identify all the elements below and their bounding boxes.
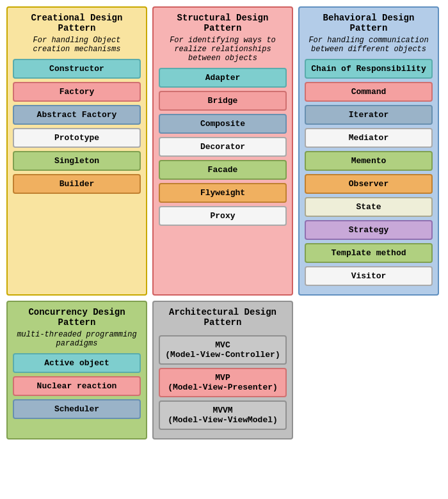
bottom-grid: Concurrency Design Pattern multi-threade… — [6, 301, 442, 440]
item-mvp[interactable]: MVP (Model-View-Presenter) — [159, 368, 287, 397]
item-abstract-factory[interactable]: Abstract Factory — [13, 105, 141, 125]
item-constructor[interactable]: Constructor — [13, 59, 141, 79]
creational-items: Constructor Factory Abstract Factory Pro… — [13, 59, 141, 194]
item-template[interactable]: Template method — [305, 243, 433, 263]
item-adapter[interactable]: Adapter — [159, 68, 287, 88]
concurrency-items: Active object Nuclear reaction Scheduler — [13, 353, 141, 419]
architectural-title: Architectural Design Pattern — [159, 307, 287, 328]
item-flyweight[interactable]: Flyweight — [159, 183, 287, 203]
structural-items: Adapter Bridge Composite Decorator Facad… — [159, 68, 287, 226]
creational-desc: For handling Object creation mechanisms — [13, 36, 141, 54]
item-composite[interactable]: Composite — [159, 114, 287, 134]
item-mvc[interactable]: MVC (Model-View-Controller) — [159, 335, 287, 365]
item-iterator[interactable]: Iterator — [305, 105, 433, 125]
behavioral-desc: For handling communication between diffe… — [305, 36, 433, 54]
item-visitor[interactable]: Visitor — [305, 266, 433, 286]
behavioral-section: Behavioral Design Pattern For handling c… — [298, 6, 439, 296]
item-prototype[interactable]: Prototype — [13, 128, 141, 148]
top-grid: Creational Design Pattern For handling O… — [6, 6, 442, 296]
item-proxy[interactable]: Proxy — [159, 206, 287, 226]
creational-section: Creational Design Pattern For handling O… — [6, 6, 147, 296]
item-memento[interactable]: Memento — [305, 151, 433, 171]
concurrency-section: Concurrency Design Pattern multi-threade… — [6, 301, 147, 440]
item-chain[interactable]: Chain of Responsibility — [305, 59, 433, 79]
architectural-items: MVC (Model-View-Controller) MVP (Model-V… — [159, 335, 287, 430]
item-mvvm[interactable]: MVVM (Model-View-ViewModel) — [159, 400, 287, 430]
item-nuclear-reaction[interactable]: Nuclear reaction — [13, 376, 141, 396]
item-factory[interactable]: Factory — [13, 82, 141, 102]
item-state[interactable]: State — [305, 197, 433, 217]
item-active-object[interactable]: Active object — [13, 353, 141, 373]
item-singleton[interactable]: Singleton — [13, 151, 141, 171]
behavioral-items: Chain of Responsibility Command Iterator… — [305, 59, 433, 286]
item-scheduler[interactable]: Scheduler — [13, 399, 141, 419]
item-strategy[interactable]: Strategy — [305, 220, 433, 240]
item-facade[interactable]: Facade — [159, 160, 287, 180]
concurrency-desc: multi-threaded programming paradigms — [13, 330, 141, 348]
item-decorator[interactable]: Decorator — [159, 137, 287, 157]
item-builder[interactable]: Builder — [13, 174, 141, 194]
architectural-section: Architectural Design Pattern MVC (Model-… — [152, 301, 293, 440]
item-mediator[interactable]: Mediator — [305, 128, 433, 148]
bottom-empty — [298, 301, 439, 440]
item-observer[interactable]: Observer — [305, 174, 433, 194]
structural-title: Structural Design Pattern — [159, 13, 287, 33]
structural-section: Structural Design Pattern For identifyin… — [152, 6, 293, 296]
behavioral-title: Behavioral Design Pattern — [305, 13, 433, 33]
structural-desc: For identifying ways to realize relation… — [159, 36, 287, 63]
item-command[interactable]: Command — [305, 82, 433, 102]
concurrency-title: Concurrency Design Pattern — [13, 307, 141, 328]
item-bridge[interactable]: Bridge — [159, 91, 287, 111]
creational-title: Creational Design Pattern — [13, 13, 141, 33]
